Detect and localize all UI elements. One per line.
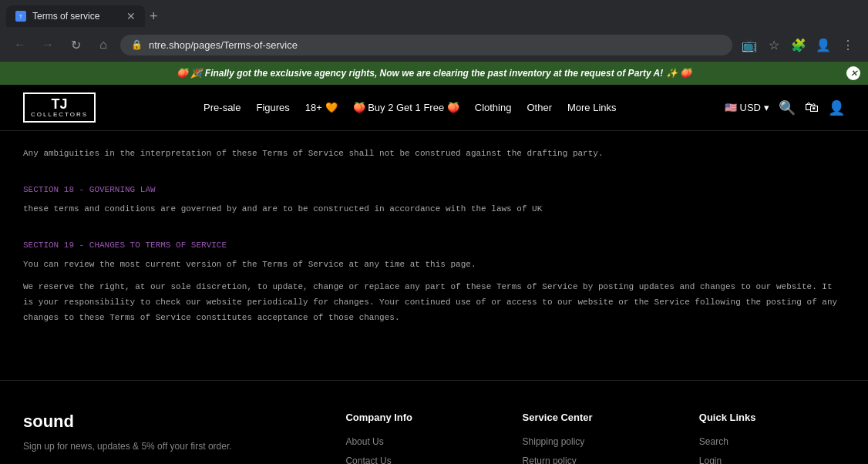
nav-item-18plus[interactable]: 18+ 🧡 [305, 102, 338, 113]
footer-brand-tagline: Sign up for news, updates & 5% off your … [23, 441, 315, 452]
refresh-button[interactable]: ↻ [65, 34, 86, 55]
tab-favicon: T [15, 11, 26, 22]
banner-text: 🍑 🎉 Finally got the exclusive agency rig… [177, 68, 691, 79]
ambiguity-text: Any ambiguities in the interpretation of… [23, 146, 845, 162]
currency-flag: 🇺🇸 [725, 102, 737, 113]
address-bar[interactable]: 🔒 ntre.shop/pages/Terms-of-service [120, 35, 732, 55]
footer-service-center: Service Center Shipping policy Return po… [523, 412, 668, 464]
new-tab-button[interactable]: + [150, 8, 158, 25]
section19-heading: SECTION 19 - CHANGES TO TERMS OF SERVICE [23, 240, 845, 250]
section18-heading: SECTION 18 - GOVERNING LAW [23, 185, 845, 194]
nav-item-more-links[interactable]: More Links [567, 102, 617, 113]
nav-item-presale[interactable]: Pre-sale [204, 102, 241, 113]
nav-item-other[interactable]: Other [527, 102, 552, 113]
nav-item-clothing[interactable]: Clothing [475, 102, 512, 113]
search-icon[interactable]: 🔍 [779, 99, 796, 116]
main-content: Any ambiguities in the interpretation of… [0, 131, 868, 380]
bookmark-icon[interactable]: ☆ [763, 34, 785, 55]
shipping-policy-link[interactable]: Shipping policy [523, 436, 585, 447]
main-nav: Pre-sale Figures 18+ 🧡 🍑 Buy 2 Get 1 Fre… [204, 102, 616, 113]
company-info-heading: Company Info [345, 412, 491, 423]
active-tab[interactable]: T Terms of service ✕ [6, 5, 145, 27]
section19-para2: We reserve the right, at our sole discre… [23, 280, 845, 325]
cast-icon[interactable]: 📺 [738, 34, 760, 55]
company-info-links: About Us Contact Us [345, 435, 491, 464]
section18-block: SECTION 18 - GOVERNING LAW these terms a… [23, 185, 845, 217]
section19-block: SECTION 19 - CHANGES TO TERMS OF SERVICE… [23, 240, 845, 326]
header-actions: 🇺🇸 USD ▾ 🔍 🛍 👤 [725, 99, 845, 116]
currency-selector[interactable]: 🇺🇸 USD ▾ [725, 102, 769, 113]
site-header: TJ COLLECTORS Pre-sale Figures 18+ 🧡 🍑 B… [0, 85, 868, 131]
footer-grid: sound Sign up for news, updates & 5% off… [23, 412, 845, 464]
url-text: ntre.shop/pages/Terms-of-service [149, 39, 298, 51]
back-button[interactable]: ← [9, 34, 31, 55]
contact-us-link[interactable]: Contact Us [345, 456, 391, 464]
tab-title: Terms of service [32, 11, 120, 22]
footer-brand-name: sound [23, 412, 315, 432]
about-us-link[interactable]: About Us [345, 436, 383, 447]
browser-chrome: T Terms of service ✕ + ← → ↻ ⌂ 🔒 ntre.sh… [0, 0, 868, 62]
browser-nav-icons: 📺 ☆ 🧩 👤 ⋮ [738, 34, 859, 55]
more-icon[interactable]: ⋮ [837, 34, 859, 55]
forward-button[interactable]: → [37, 34, 59, 55]
quick-links-list: Search Login Register [699, 435, 845, 464]
footer-brand-column: sound Sign up for news, updates & 5% off… [23, 412, 315, 464]
return-policy-link[interactable]: Return policy [523, 456, 577, 464]
service-center-links: Shipping policy Return policy Terms of s… [523, 435, 668, 464]
browser-nav-bar: ← → ↻ ⌂ 🔒 ntre.shop/pages/Terms-of-servi… [0, 28, 868, 62]
site-footer: sound Sign up for news, updates & 5% off… [0, 380, 868, 464]
logo[interactable]: TJ COLLECTORS [23, 92, 96, 123]
tab-bar: T Terms of service ✕ + [0, 0, 868, 28]
section19-para1: You can review the most current version … [23, 257, 845, 273]
footer-company-info: Company Info About Us Contact Us [345, 412, 491, 464]
ambiguity-block: Any ambiguities in the interpretation of… [23, 146, 845, 162]
logo-box: TJ COLLECTORS [23, 92, 96, 123]
extensions-icon[interactable]: 🧩 [788, 34, 809, 55]
cart-icon[interactable]: 🛍 [805, 99, 819, 116]
site: 🍑 🎉 Finally got the exclusive agency rig… [0, 62, 868, 464]
currency-label: USD [740, 102, 761, 113]
nav-item-figures[interactable]: Figures [257, 102, 290, 113]
section18-text: these terms and conditions are governed … [23, 202, 845, 217]
search-link[interactable]: Search [699, 436, 728, 447]
close-banner-button[interactable]: ✕ [846, 66, 860, 80]
lock-icon: 🔒 [131, 39, 143, 50]
service-center-heading: Service Center [523, 412, 668, 423]
top-banner: 🍑 🎉 Finally got the exclusive agency rig… [0, 62, 868, 85]
logo-top: TJ [52, 97, 68, 111]
profile-icon[interactable]: 👤 [812, 34, 834, 55]
login-link[interactable]: Login [699, 456, 722, 464]
quick-links-heading: Quick Links [699, 412, 845, 423]
currency-chevron-icon: ▾ [764, 102, 769, 113]
home-button[interactable]: ⌂ [93, 34, 114, 55]
account-icon[interactable]: 👤 [828, 99, 845, 116]
footer-quick-links: Quick Links Search Login Register [699, 412, 845, 464]
logo-bottom: COLLECTORS [31, 111, 88, 118]
tab-close-icon[interactable]: ✕ [126, 10, 136, 22]
nav-item-buy2get1[interactable]: 🍑 Buy 2 Get 1 Free 🍑 [353, 102, 459, 113]
